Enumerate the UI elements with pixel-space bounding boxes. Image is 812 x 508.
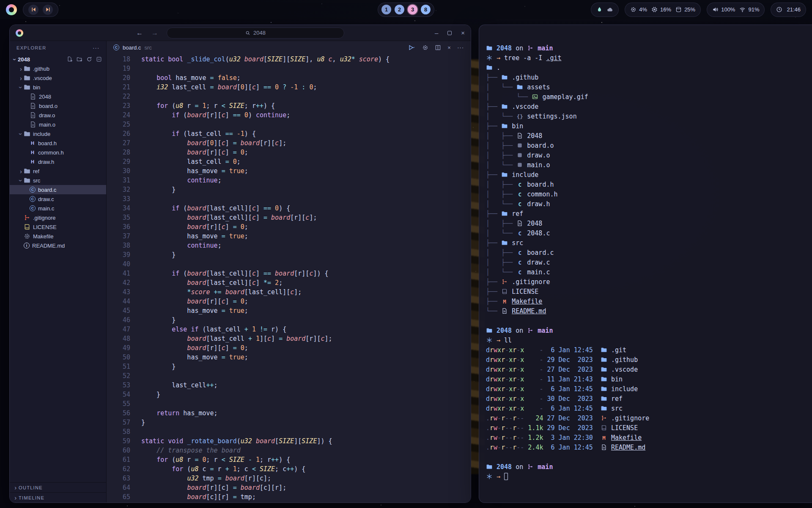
terminal-line: │ └── gameplay.gif — [486, 92, 806, 102]
explorer-item-Makefile[interactable]: Makefile — [10, 232, 106, 241]
line-number: 30 — [107, 166, 130, 176]
workspace-2[interactable]: 2 — [395, 5, 404, 14]
explorer-more-button[interactable]: ··· — [93, 44, 99, 51]
explorer-item-main.o[interactable]: main.o — [10, 120, 106, 129]
snow-icon — [486, 473, 493, 480]
explorer-item-board.h[interactable]: Hboard.h — [10, 138, 106, 148]
explorer-item-LICENSE[interactable]: LICENSE — [10, 222, 106, 232]
media-next-button[interactable] — [43, 5, 53, 15]
terminal-window[interactable]: 2048 on main → tree -a -I .git .├── .git… — [479, 25, 812, 503]
workspace-1[interactable]: 1 — [381, 5, 391, 14]
terminal-line: drwxr-xr-x - 6 Jan 12:45 src — [486, 404, 806, 414]
clock-widget[interactable]: 21:46 — [771, 3, 806, 17]
more-actions-button[interactable]: ··· — [457, 44, 464, 51]
system-logo-icon[interactable] — [6, 4, 17, 15]
filetype-letter-icon: C — [516, 190, 523, 199]
code-line: else if (last_cell + 1 != r) { — [141, 325, 390, 334]
refresh-icon[interactable] — [86, 56, 92, 62]
folder-icon — [24, 168, 30, 174]
explorer-item-.vscode[interactable]: ›.vscode — [10, 73, 106, 83]
explorer-item-bin[interactable]: ›bin — [10, 83, 106, 92]
terminal-line: ├── ref — [486, 209, 806, 219]
workspace-3[interactable]: 3 — [408, 5, 417, 14]
filetype-letter-icon: C — [516, 258, 523, 268]
filetype-letter-icon: M — [601, 433, 607, 443]
code-line: has_move = true; — [141, 232, 390, 241]
system-stats-widget[interactable]: 4%16%25% — [625, 3, 701, 17]
code-line: last_cell++; — [141, 381, 390, 390]
workspace-8[interactable]: 8 — [421, 5, 431, 14]
code-line: } — [141, 250, 390, 260]
explorer-item-2048[interactable]: 2048 — [10, 92, 106, 101]
code-editor[interactable]: 1819202122232425262728293031323334353637… — [107, 54, 471, 502]
editor-tabbar: C board.c src × ··· — [107, 41, 471, 54]
explorer-item-main.c[interactable]: Cmain.c — [10, 204, 106, 213]
terminal-line: drwxr-xr-x - 29 Dec 2023 .github — [486, 355, 806, 365]
audio-network-widget[interactable]: 100% 91% — [707, 3, 765, 17]
command-center-search[interactable]: 2048 — [167, 28, 344, 39]
explorer-item-include[interactable]: ›include — [10, 129, 106, 138]
split-editor-icon[interactable] — [435, 44, 441, 51]
close-button[interactable]: × — [461, 29, 465, 36]
tab-board-c[interactable]: board.c — [123, 44, 141, 51]
explorer-item-board.c[interactable]: Cboard.c — [10, 185, 106, 194]
panel-outline[interactable]: ›OUTLINE — [10, 482, 106, 492]
code-line: for (u8 r = 1; r < SIZE; r++) { — [141, 101, 390, 110]
media-previous-button[interactable] — [28, 5, 38, 15]
code-line: for (u8 c = r + 1; c < SIZE; c++) { — [141, 464, 390, 474]
maximize-button[interactable] — [447, 31, 452, 35]
line-number: 31 — [107, 176, 130, 185]
filetype-letter-icon: {} — [516, 112, 523, 121]
explorer-item-board.o[interactable]: board.o — [10, 101, 106, 110]
code-line — [141, 64, 390, 73]
filetype-letter-icon: C — [516, 180, 523, 190]
history-forward-button[interactable]: → — [151, 30, 158, 36]
code-line: } — [141, 418, 390, 427]
explorer-item-draw.h[interactable]: Hdraw.h — [10, 157, 106, 166]
wifi-icon — [739, 6, 746, 13]
chevron-icon: › — [17, 131, 25, 137]
explorer-item-ref[interactable]: ›ref — [10, 166, 106, 176]
explorer-item-.github[interactable]: ›.github — [10, 64, 106, 73]
header-file-icon: H — [30, 141, 36, 146]
settings-gear-icon[interactable] — [422, 44, 428, 51]
folder-icon — [601, 405, 607, 411]
code-line: board[r][c] = 0; — [141, 343, 390, 353]
filetype-letter-icon: C — [516, 268, 523, 277]
line-number: 46 — [107, 315, 130, 325]
book-icon — [501, 288, 508, 295]
run-button[interactable] — [408, 44, 416, 51]
titlebar-center-group: ← → 2048 — [136, 28, 344, 39]
new-folder-icon[interactable] — [77, 56, 82, 62]
close-tab-button[interactable]: × — [447, 44, 451, 51]
minimize-button[interactable]: – — [435, 29, 438, 36]
panel-timeline[interactable]: ›TIMELINE — [10, 492, 106, 502]
snow-icon — [486, 55, 493, 61]
explorer-item-src[interactable]: ›src — [10, 176, 106, 185]
terminal-line: .rw-r--r-- 24 27 Dec 2023 .gitignore — [486, 414, 806, 423]
explorer-item-draw.o[interactable]: draw.o — [10, 110, 106, 120]
code-editor-window: ← → 2048 – × EXPLORER ··· ›2048›.github›… — [9, 25, 471, 503]
explorer-item-README.md[interactable]: iREADME.md — [10, 241, 106, 250]
weather-widget[interactable] — [591, 3, 619, 17]
code-line — [141, 194, 390, 204]
collapse-all-icon[interactable] — [96, 56, 102, 62]
chip-stat: 16% — [651, 6, 671, 13]
explorer-item-common.h[interactable]: Hcommon.h — [10, 148, 106, 157]
new-file-icon[interactable] — [67, 56, 73, 62]
code-line — [141, 427, 390, 436]
sidebar-bottom-panels: ›OUTLINE›TIMELINE — [10, 482, 106, 502]
search-icon — [245, 30, 250, 36]
explorer-item-2048[interactable]: ›2048 — [10, 55, 106, 64]
history-back-button[interactable]: ← — [136, 30, 143, 36]
c-file-icon: C — [30, 196, 36, 202]
explorer-item-.gitignore[interactable]: .gitignore — [10, 213, 106, 222]
explorer-item-label: LICENSE — [33, 224, 57, 230]
folder-icon — [486, 464, 493, 470]
line-number-gutter: 1819202122232425262728293031323334353637… — [107, 55, 130, 502]
topbar-left-group — [6, 3, 58, 17]
terminal-line: drwxr-xr-x - 27 Dec 2023 .vscode — [486, 365, 806, 375]
terminal-line: ├── LICENSE — [486, 287, 806, 297]
explorer-item-draw.c[interactable]: Cdraw.c — [10, 194, 106, 204]
terminal-line: drwxr-xr-x - 30 Dec 2023 ref — [486, 394, 806, 404]
